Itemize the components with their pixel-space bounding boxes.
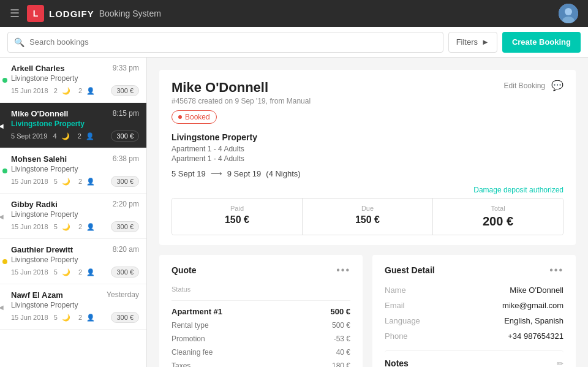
booking-guest-name: Gibby Radki (11, 200, 58, 209)
search-input[interactable] (29, 37, 437, 47)
booking-meta: 15 Jun 2018 5🌙 2👤 (11, 178, 96, 186)
booking-meta: 15 Jun 2018 5🌙 2👤 (11, 314, 96, 322)
booking-property: Livingstone Property (11, 74, 139, 83)
hamburger-icon[interactable]: ☰ (10, 7, 20, 20)
booking-list-item[interactable]: ◀ Nawf El Azam Yesterday Livingstone Pro… (0, 284, 146, 330)
paid-box: Paid 150 € (172, 199, 303, 235)
guest-detail-title: Guest Detail (385, 265, 435, 275)
quote-apartment-value: 500 € (330, 307, 350, 316)
booking-amount-badge: 300 € (111, 176, 139, 187)
quote-menu-icon[interactable]: ••• (336, 265, 350, 276)
quote-rental-type-label: Rental type (172, 321, 209, 330)
status-dot-icon (2, 259, 7, 264)
notes-edit-icon[interactable]: ✏ (557, 359, 564, 368)
quote-card-header: Quote ••• (172, 265, 350, 276)
main-layout: Arkell Charles 9:33 pm Livingstone Prope… (0, 58, 588, 367)
guest-name-row: Name Mike O'Donnell (385, 286, 564, 295)
toolbar: 🔍 Filters ► Create Booking (0, 27, 588, 58)
detail-header: Mike O'Donnell #45678 created on 9 Sep '… (159, 70, 576, 245)
arrow-icon: ◀ (0, 122, 4, 129)
guest-language-row: Language English, Spanish (385, 316, 564, 325)
status-badge: Booked (172, 110, 217, 124)
top-navigation: ☰ L LODGIFY Booking System (0, 0, 588, 27)
total-label: Total (443, 205, 553, 212)
booking-property: Livingstone Property (11, 165, 139, 173)
logo: L LODGIFY Booking System (27, 5, 161, 22)
booking-time: Yesterday (107, 290, 139, 299)
filters-button[interactable]: Filters ► (448, 32, 497, 53)
booking-detail: Mike O'Donnell #45678 created on 9 Sep '… (147, 58, 588, 367)
search-bar[interactable]: 🔍 (7, 32, 443, 53)
chevron-icon: ► (481, 37, 489, 47)
quote-cleaning-fee-row: Cleaning fee 40 € (172, 346, 350, 359)
quote-apartment-row: Apartment #1 500 € (172, 300, 350, 319)
logo-icon: L (27, 5, 44, 22)
due-value: 150 € (312, 214, 423, 225)
arrow-icon: ◀ (0, 213, 4, 219)
status-label: Booked (185, 113, 210, 121)
quote-promotion-label: Promotion (172, 335, 205, 343)
status-dot-icon (178, 115, 182, 119)
comment-icon[interactable]: 💬 (551, 80, 564, 91)
booking-property: Livingstone Property (11, 210, 139, 219)
booking-guest-name: Mohsen Salehi (11, 154, 67, 164)
due-box: Due 150 € (303, 199, 433, 235)
payment-summary: Paid 150 € Due 150 € Total 200 € (172, 198, 564, 235)
booking-dates: 5 Sept 19 ⟶ 9 Sept 19 (4 Nights) (172, 169, 564, 178)
booking-guest-name: Nawf El Azam (11, 290, 63, 300)
booking-list-item[interactable]: ◀ Gibby Radki 2:20 pm Livingstone Proper… (0, 194, 146, 239)
booking-amount-badge: 300 € (111, 221, 139, 232)
booking-guest-name: Mike O'Donnell (11, 109, 68, 118)
cards-row: Quote ••• Status Apartment #1 500 € Rent… (159, 255, 576, 367)
bookings-sidebar: Arkell Charles 9:33 pm Livingstone Prope… (0, 58, 147, 367)
booking-list-item[interactable]: ◀ Mike O'Donnell 8:15 pm Livingstone Pro… (0, 103, 146, 148)
booking-time: 9:33 pm (113, 64, 139, 72)
date-to: 9 Sept 19 (227, 169, 262, 178)
quote-cleaning-fee-label: Cleaning fee (172, 348, 213, 357)
booking-amount-badge: 300 € (111, 267, 139, 278)
language-value: English, Spanish (504, 316, 564, 325)
booking-property: Livingstone Property (11, 119, 139, 128)
booking-amount-badge: 300 € (111, 131, 139, 142)
svg-point-1 (565, 8, 572, 15)
email-value: mike@gmail.com (502, 301, 564, 310)
booking-amount-badge: 300 € (111, 85, 139, 96)
quote-promotion-row: Promotion -53 € (172, 332, 350, 346)
quote-rental-type-value: 500 € (332, 321, 350, 330)
create-booking-button[interactable]: Create Booking (502, 32, 581, 53)
booking-ref: #45678 created on 9 Sep '19, from Manual (172, 97, 311, 105)
paid-value: 150 € (182, 214, 292, 225)
quote-status-label: Status (172, 286, 350, 293)
language-label: Language (385, 316, 420, 325)
notes-card: Notes ✏ (385, 350, 564, 367)
status-dot-icon (2, 168, 7, 173)
notes-header: Notes ✏ (385, 358, 564, 367)
apartment-line2: Apartment 1 - 4 Adults (172, 154, 564, 163)
guest-detail-menu-icon[interactable]: ••• (549, 265, 564, 276)
quote-promotion-value: -53 € (334, 335, 350, 343)
booking-guest-name: Gauthier Drewitt (11, 245, 73, 254)
brand-name: LODGIFY (49, 9, 94, 19)
booking-list-item[interactable]: Mohsen Salehi 6:38 pm Livingstone Proper… (0, 148, 146, 194)
user-avatar[interactable] (559, 4, 578, 23)
booking-time: 2:20 pm (113, 200, 139, 208)
app-subtitle: Booking System (99, 9, 161, 18)
quote-card: Quote ••• Status Apartment #1 500 € Rent… (159, 255, 363, 367)
quote-taxes-label: Taxes (172, 361, 190, 367)
booking-time: 8:20 am (113, 245, 139, 254)
booking-list-item[interactable]: Gauthier Drewitt 8:20 am Livingstone Pro… (0, 239, 146, 284)
booking-meta: 15 Jun 2018 2🌙 2👤 (11, 87, 96, 95)
edit-booking-link[interactable]: Edit Booking (504, 81, 545, 90)
booking-time: 8:15 pm (113, 109, 139, 118)
header-actions: Edit Booking 💬 (504, 80, 564, 91)
booking-amount-badge: 300 € (111, 312, 139, 323)
booking-meta: 5 Sept 2019 4🌙 2👤 (11, 132, 95, 140)
phone-label: Phone (385, 331, 408, 341)
status-dot-icon (2, 78, 7, 83)
arrow-icon: ◀ (0, 303, 4, 310)
property-name: Livingstone Property (172, 132, 564, 142)
booking-list-item[interactable]: Arkell Charles 9:33 pm Livingstone Prope… (0, 58, 146, 103)
guest-detail-header: Guest Detail ••• (385, 265, 564, 276)
apartment-line1: Apartment 1 - 4 Adults (172, 145, 564, 153)
name-label: Name (385, 286, 406, 295)
